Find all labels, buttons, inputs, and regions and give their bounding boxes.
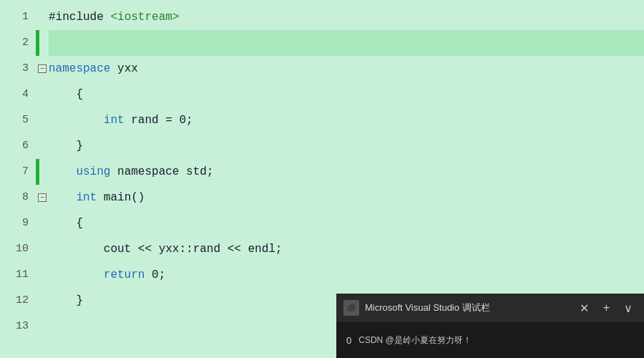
editor-area: 12345678910111213 −− #include <iostream>… [0,0,644,358]
collapse-btn-3[interactable]: − [38,64,47,73]
line-number-10: 10 [0,236,29,262]
line-number-7: 7 [0,159,29,185]
code-line-5[interactable]: int rand = 0; [49,107,644,133]
code-line-8[interactable]: int main() [49,185,644,211]
green-bar-7 [36,159,39,185]
line-numbers: 12345678910111213 [0,3,36,358]
popup-num: 0 [346,335,351,346]
gutter-cell-8: − [36,185,49,211]
line-number-11: 11 [0,262,29,288]
gutter-cell-12 [36,288,49,314]
line-number-8: 8 [0,185,29,211]
line-number-4: 4 [0,82,29,107]
code-line-7[interactable]: using namespace std; [49,159,644,185]
line-number-5: 5 [0,107,29,133]
gutter-cell-4 [36,82,49,107]
popup-title: Microsoft Visual Studio 调试栏 [365,301,575,314]
gutter: −− [36,3,49,358]
code-line-9[interactable]: { [49,211,644,236]
code-line-4[interactable]: { [49,82,644,107]
line-number-9: 9 [0,211,29,236]
code-line-2[interactable] [49,30,644,56]
vs-popup: ⬛ Microsoft Visual Studio 调试栏 ✕ + ∨ 0 CS… [336,294,644,358]
line-number-13: 13 [0,314,29,339]
gutter-cell-6 [36,133,49,159]
line-number-6: 6 [0,133,29,159]
popup-content: 0 CSDN @是岭小夏在努力呀！ [336,322,644,358]
gutter-cell-13 [36,314,49,339]
line-number-12: 12 [0,288,29,314]
popup-titlebar: ⬛ Microsoft Visual Studio 调试栏 ✕ + ∨ [336,294,644,322]
green-bar-2 [36,30,39,56]
gutter-cell-3: − [36,56,49,82]
vs-icon: ⬛ [343,300,359,316]
gutter-cell-1 [36,4,49,30]
gutter-cell-9 [36,211,49,236]
line-number-1: 1 [0,4,29,30]
gutter-cell-10 [36,236,49,262]
code-line-10[interactable]: cout << yxx::rand << endl; [49,236,644,262]
collapse-btn-8[interactable]: − [38,193,47,202]
gutter-cell-2 [36,30,49,56]
code-line-6[interactable]: } [49,133,644,159]
line-number-3: 3 [0,56,29,82]
popup-text: CSDN @是岭小夏在努力呀！ [358,334,472,347]
code-line-3[interactable]: namespace yxx [49,56,644,82]
code-line-1[interactable]: #include <iostream> [49,4,644,30]
gutter-cell-11 [36,262,49,288]
popup-close-button[interactable]: ✕ [575,300,593,316]
popup-controls: ✕ + ∨ [575,300,637,316]
line-number-2: 2 [0,30,29,56]
gutter-cell-5 [36,107,49,133]
gutter-cell-7 [36,159,49,185]
popup-chevron-button[interactable]: ∨ [620,300,637,316]
code-line-11[interactable]: return 0; [49,262,644,288]
popup-add-button[interactable]: + [599,300,614,316]
